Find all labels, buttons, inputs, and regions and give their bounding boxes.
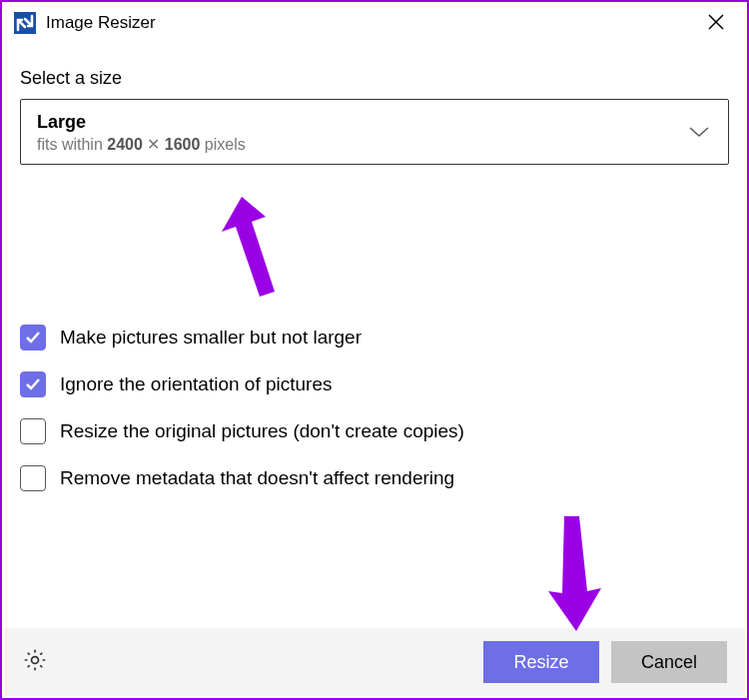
chevron-down-icon [688, 124, 710, 142]
checkbox-remove-metadata[interactable] [20, 465, 46, 491]
option-resize-original: Resize the original pictures (don't crea… [20, 418, 729, 444]
app-title: Image Resizer [46, 13, 156, 33]
option-label: Resize the original pictures (don't crea… [60, 420, 464, 442]
content-area: Select a size Large fits within 2400 ✕ 1… [2, 44, 747, 491]
footer-bar: Resize Cancel [4, 628, 745, 696]
option-label: Make pictures smaller but not larger [60, 327, 362, 349]
fits-prefix: fits within [37, 136, 107, 153]
option-remove-metadata: Remove metadata that doesn't affect rend… [20, 465, 729, 491]
close-button[interactable] [697, 9, 735, 38]
option-smaller-not-larger: Make pictures smaller but not larger [20, 325, 729, 350]
title-left: Image Resizer [14, 12, 156, 34]
option-label: Ignore the orientation of pictures [60, 373, 333, 395]
size-height: 1600 [165, 136, 201, 153]
app-icon [14, 12, 36, 34]
size-width: 2400 [107, 136, 143, 153]
size-name: Large [37, 112, 246, 133]
resize-button[interactable]: Resize [483, 641, 599, 683]
size-description: fits within 2400 ✕ 1600 pixels [37, 135, 246, 154]
titlebar: Image Resizer [2, 2, 747, 44]
checkbox-ignore-orientation[interactable] [20, 371, 46, 397]
option-label: Remove metadata that doesn't affect rend… [60, 467, 454, 489]
gear-icon[interactable] [22, 647, 48, 677]
size-section-label: Select a size [20, 68, 729, 89]
svg-point-1 [32, 657, 39, 664]
size-dropdown[interactable]: Large fits within 2400 ✕ 1600 pixels [20, 99, 729, 165]
size-times: ✕ [143, 136, 165, 153]
fits-suffix: pixels [200, 136, 245, 153]
option-ignore-orientation: Ignore the orientation of pictures [20, 371, 729, 397]
cancel-button[interactable]: Cancel [611, 641, 727, 683]
size-text: Large fits within 2400 ✕ 1600 pixels [37, 112, 246, 154]
annotation-arrow-icon [546, 516, 606, 635]
options-list: Make pictures smaller but not larger Ign… [20, 325, 729, 491]
checkbox-resize-original[interactable] [20, 418, 46, 444]
checkbox-smaller-not-larger[interactable] [20, 325, 46, 350]
